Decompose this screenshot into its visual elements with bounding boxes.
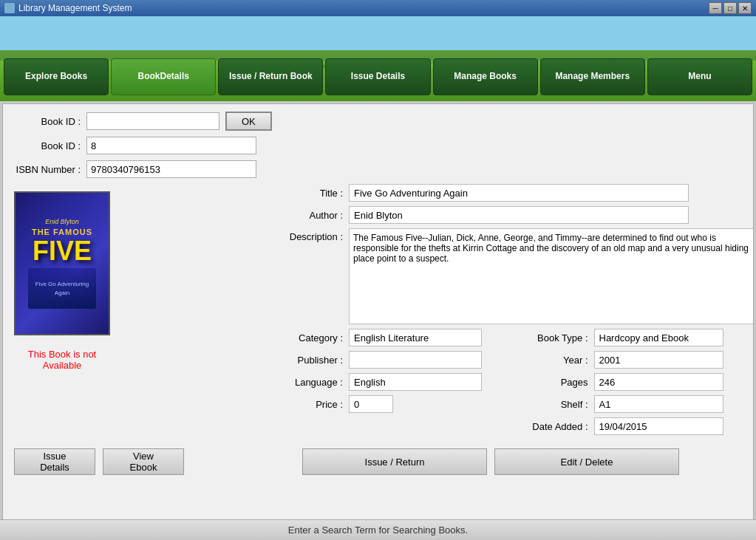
language-pages-row: Language : Pages <box>276 373 754 391</box>
cover-subtitle: Five Go Adventuring Again <box>28 278 97 298</box>
date-added-group: Date Added : <box>522 417 755 435</box>
edit-delete-button[interactable]: Edit / Delete <box>494 448 679 475</box>
category-booktype-row: Category : Book Type : <box>276 329 754 346</box>
maximize-button[interactable]: □ <box>723 2 737 14</box>
pages-label: Pages <box>522 377 588 388</box>
language-group: Language : <box>276 373 522 391</box>
date-added-row: Date Added : <box>276 417 754 435</box>
book-id-search-row: Book ID : OK <box>14 112 742 131</box>
nav-bar: Explore Books BookDetails Issue / Return… <box>0 58 756 95</box>
publisher-field[interactable] <box>349 351 482 369</box>
shelf-label: Shelf : <box>522 399 588 410</box>
book-id-field[interactable] <box>86 137 256 154</box>
cover-author: Enid Blyton <box>45 218 79 225</box>
header-area: Explore Books BookDetails Issue / Return… <box>0 16 756 101</box>
isbn-row: ISBN Number : <box>14 160 742 178</box>
app-window: Library Management System ─ □ ✕ Explore … <box>0 0 756 540</box>
status-message: Enter a Search Term for Searching Books. <box>288 524 468 536</box>
shelf-field[interactable] <box>594 395 723 413</box>
title-field[interactable] <box>349 184 689 202</box>
title-label: Title : <box>276 188 343 199</box>
author-field[interactable] <box>349 206 689 224</box>
isbn-field[interactable] <box>86 160 256 178</box>
cover-scene: Five Go Adventuring Again <box>28 268 97 309</box>
nav-manage-members[interactable]: Manage Members <box>540 58 645 95</box>
nav-book-details[interactable]: BookDetails <box>111 58 216 95</box>
view-ebook-button[interactable]: View Ebook <box>103 448 184 475</box>
publisher-year-row: Publisher : Year : <box>276 351 754 369</box>
language-field[interactable] <box>349 373 482 391</box>
book-id-search-label: Book ID : <box>14 116 81 127</box>
right-panel: Title : Author : Description : The Famou… <box>276 184 754 440</box>
isbn-label: ISBN Number : <box>14 164 81 175</box>
booktype-group: Book Type : <box>522 329 755 346</box>
nav-issue-details[interactable]: Issue Details <box>325 58 430 95</box>
book-id-label: Book ID : <box>14 140 81 151</box>
cover-title: FIVE <box>33 238 92 264</box>
year-field[interactable] <box>594 351 723 369</box>
date-added-spacer <box>276 417 522 435</box>
year-group: Year : <box>522 351 755 369</box>
left-panel: Enid Blyton THE FAMOUS FIVE Five Go Adve… <box>14 184 110 440</box>
ok-button[interactable]: OK <box>225 112 272 131</box>
description-label: Description : <box>276 231 343 242</box>
app-icon <box>4 3 15 13</box>
date-added-field[interactable] <box>594 417 723 435</box>
category-field[interactable] <box>349 329 482 346</box>
close-button[interactable]: ✕ <box>738 2 752 14</box>
issue-details-button[interactable]: Issue Details <box>14 448 95 475</box>
price-shelf-row: Price : Shelf : <box>276 395 754 413</box>
publisher-group: Publisher : <box>276 351 522 369</box>
price-label: Price : <box>276 399 343 410</box>
window-controls: ─ □ ✕ <box>709 2 752 14</box>
pages-group: Pages <box>522 373 755 391</box>
main-content: Book ID : OK Book ID : ISBN Number : Eni… <box>2 103 754 538</box>
description-field[interactable]: The Famous Five--Julian, Dick, Anne, Geo… <box>349 228 754 324</box>
nav-explore-books[interactable]: Explore Books <box>4 58 109 95</box>
year-label: Year : <box>522 355 588 366</box>
status-bar: Enter a Search Term for Searching Books. <box>0 519 756 540</box>
availability-status: This Book is not Available <box>14 349 110 371</box>
issue-return-button[interactable]: Issue / Return <box>302 448 487 475</box>
bottom-buttons: Issue Details View Ebook Issue / Return … <box>14 448 742 475</box>
nav-manage-books[interactable]: Manage Books <box>433 58 538 95</box>
nav-menu[interactable]: Menu <box>647 58 752 95</box>
detail-area: Enid Blyton THE FAMOUS FIVE Five Go Adve… <box>14 184 742 440</box>
author-row: Author : <box>276 206 754 224</box>
shelf-group: Shelf : <box>522 395 755 413</box>
category-group: Category : <box>276 329 522 346</box>
title-bar: Library Management System ─ □ ✕ <box>0 0 756 16</box>
date-added-label: Date Added : <box>522 421 588 432</box>
book-cover-content: Enid Blyton THE FAMOUS FIVE Five Go Adve… <box>16 193 109 334</box>
price-group: Price : <box>276 395 522 413</box>
booktype-label: Book Type : <box>522 332 588 344</box>
price-field[interactable] <box>349 395 393 413</box>
description-row: Description : The Famous Five--Julian, D… <box>276 228 754 324</box>
title-bar-left: Library Management System <box>4 3 132 13</box>
publisher-label: Publisher : <box>276 355 343 366</box>
author-label: Author : <box>276 210 343 221</box>
category-label: Category : <box>276 332 343 344</box>
book-cover-image: Enid Blyton THE FAMOUS FIVE Five Go Adve… <box>14 191 110 335</box>
booktype-field[interactable] <box>594 329 723 346</box>
title-row: Title : <box>276 184 754 202</box>
book-id-value-row: Book ID : <box>14 137 742 154</box>
minimize-button[interactable]: ─ <box>709 2 722 14</box>
pages-field[interactable] <box>594 373 723 391</box>
window-title: Library Management System <box>18 3 132 13</box>
language-label: Language : <box>276 377 343 388</box>
book-id-search-input[interactable] <box>86 112 219 130</box>
nav-issue-return-book[interactable]: Issue / Return Book <box>218 58 323 95</box>
